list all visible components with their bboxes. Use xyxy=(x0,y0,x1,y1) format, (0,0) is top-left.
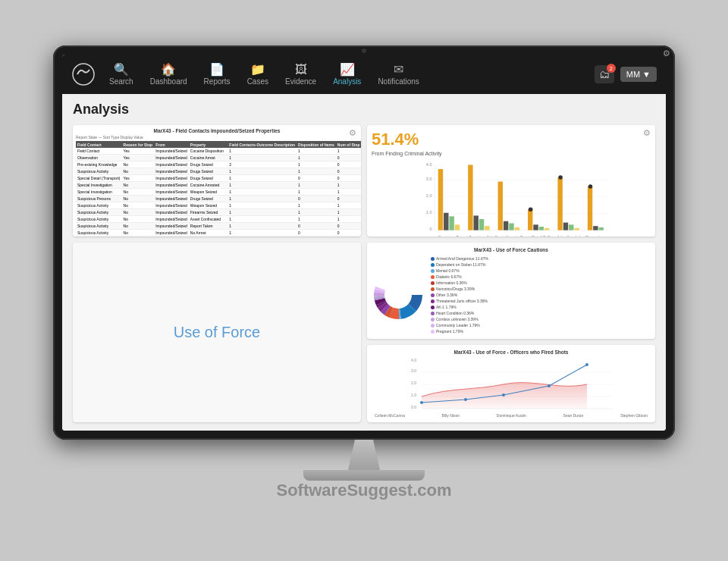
donut-label-8: AK-1 1.79% xyxy=(436,304,457,310)
donut-legend-item-7: Threatened Juris officer 3.39% xyxy=(431,298,651,304)
donut-label-1: Dependent on Stolen 11.67% xyxy=(436,262,485,268)
table-cell: No xyxy=(122,161,155,168)
table-cell: 1 xyxy=(228,182,297,189)
svg-text:4.0: 4.0 xyxy=(411,358,416,362)
table-cell: Impounded/Seized xyxy=(154,237,189,237)
table-cell: Impounded/Seized xyxy=(154,196,189,202)
table-cell: Drugs Seized xyxy=(189,175,228,182)
svg-text:3.0: 3.0 xyxy=(411,368,416,373)
table-cell: Suspicious Persons xyxy=(76,196,122,202)
svg-rect-35 xyxy=(599,227,604,230)
donut-color-9 xyxy=(431,312,435,315)
nav-items: 🔍 Search 🏠 Dashboard 📄 Reports 📁 Cases xyxy=(102,59,595,90)
donut-color-3 xyxy=(431,275,435,279)
nav-reports[interactable]: 📄 Reports xyxy=(196,59,238,90)
donut-legend-item-11: Combos unknown 3.39% xyxy=(431,316,651,322)
donut-legend-item-0: Armed And Dangerous 11.67% xyxy=(431,255,651,262)
svg-rect-13 xyxy=(449,216,453,230)
bar-chart-svg: 0 1.0 2.0 3.0 4.0 xyxy=(372,161,651,237)
table-cell: 1 xyxy=(297,168,336,175)
nav-analysis[interactable]: 📈 Analysis xyxy=(325,59,369,90)
table-row: Suspicious ActivityNoImpounded/SeizedNo … xyxy=(76,230,361,237)
col-header-description: Field Contacts-Outcome Description xyxy=(228,141,297,148)
svg-text:3.0: 3.0 xyxy=(426,177,432,181)
table-cell: 1 xyxy=(228,202,297,209)
donut-color-5 xyxy=(431,287,435,291)
barchart-settings-icon[interactable]: ⚙ xyxy=(643,128,651,138)
bar-chart-area: 0 1.0 2.0 3.0 4.0 xyxy=(372,161,651,237)
svg-point-72 xyxy=(585,363,588,366)
use-of-force-title: Use of Force xyxy=(174,324,260,341)
nav-dashboard[interactable]: 🏠 Dashboard xyxy=(143,59,195,90)
svg-rect-11 xyxy=(438,169,443,230)
table-cell: Firearms Seized xyxy=(189,209,228,216)
table-cell: 1 xyxy=(297,182,336,189)
table-cell: 0 xyxy=(297,175,336,182)
donut-color-11 xyxy=(431,318,435,321)
svg-rect-29 xyxy=(563,223,568,230)
nav-search[interactable]: 🔍 Search xyxy=(102,59,141,90)
table-cell: 0 xyxy=(336,223,361,230)
table-cell: 1 xyxy=(336,209,361,216)
donut-legend-item-1: Dependent on Stolen 11.67% xyxy=(431,262,651,268)
table-cell: No xyxy=(122,196,155,202)
svg-rect-12 xyxy=(444,213,448,230)
svg-rect-20 xyxy=(504,221,508,230)
officer-label-3: Sean Duran xyxy=(563,413,584,418)
page-title: Analysis xyxy=(73,102,655,118)
table-cell: 1 xyxy=(336,216,361,223)
donut-legend-item-13: Community Leader 1.79% xyxy=(431,322,651,328)
table-cell: 1 xyxy=(336,189,361,196)
donut-widget-title: MarX43 - Use of Force Cautions xyxy=(372,247,651,252)
donut-label-7: Threatened Juris officer 3.39% xyxy=(436,298,488,304)
table-cell: Field Contact xyxy=(76,148,122,155)
table-cell: 0 xyxy=(336,175,361,182)
donut-color-2 xyxy=(431,269,435,273)
table-cell: 1 xyxy=(297,216,336,223)
table-row: Special InvestigationNoImpounded/SeizedW… xyxy=(76,189,361,196)
table-cell: No xyxy=(122,223,155,230)
svg-rect-18 xyxy=(485,226,489,230)
svg-point-68 xyxy=(420,401,423,404)
table-row: ObservationYesImpounded/SeizedCocaine Ar… xyxy=(76,155,361,161)
svg-text:1.0: 1.0 xyxy=(426,210,432,215)
svg-point-32 xyxy=(558,175,563,180)
officer-label-1: Billy Nixon xyxy=(442,413,460,418)
donut-legend-item-3: Diabetic 6.67% xyxy=(431,274,651,280)
widget-settings-icon[interactable]: ⚙ xyxy=(349,128,356,138)
table-cell: 0 xyxy=(297,230,336,237)
notifications-icon: ✉ xyxy=(394,64,403,76)
table-cell: Pre-existing Knowledge xyxy=(76,161,122,168)
donut-color-0 xyxy=(431,257,435,261)
col-header-field-contact: Field Contact xyxy=(76,141,122,148)
table-row: Suspicious ActivityNoImpounded/SeizedFin… xyxy=(76,237,361,237)
donut-color-4 xyxy=(431,281,435,285)
table-filter-label: Report State — Sort Type Display Value xyxy=(76,135,358,139)
dashboard-grid: ⚙ MarX43 - Field Contacts Impounded/Seiz… xyxy=(73,125,655,422)
table-cell: Yes xyxy=(122,175,155,182)
table-row: Special InvestigationNoImpounded/SeizedC… xyxy=(76,182,361,189)
table-cell: 0 xyxy=(297,223,336,230)
table-cell: Impounded/Seized xyxy=(154,161,189,168)
svg-rect-23 xyxy=(528,209,532,230)
table-cell: Special Detail (Transport) xyxy=(76,175,122,182)
donut-color-7 xyxy=(431,299,435,303)
table-cell: Cocaine Arrested xyxy=(189,182,228,189)
svg-point-71 xyxy=(548,384,551,387)
table-cell: 1 xyxy=(228,209,297,216)
nav-cases[interactable]: 📁 Cases xyxy=(240,59,276,90)
svg-rect-25 xyxy=(539,227,544,230)
camera-dot xyxy=(362,49,366,53)
badge-button[interactable]: 🗂 2 xyxy=(595,65,614,83)
user-menu-button[interactable]: MM ▼ xyxy=(620,67,657,82)
table-cell: 1 xyxy=(297,148,336,155)
table-row: Pre-existing KnowledgeNoImpounded/Seized… xyxy=(76,161,361,168)
officer-label-0: Colleen McCanna xyxy=(375,413,405,418)
svg-text:2.0: 2.0 xyxy=(426,193,432,198)
nav-evidence[interactable]: 🖼 Evidence xyxy=(278,59,324,90)
col-header-reason: Reason for Stop xyxy=(122,141,155,148)
table-cell: No xyxy=(122,168,155,175)
nav-notifications[interactable]: ✉ Notifications xyxy=(370,59,426,90)
svg-text:2.0: 2.0 xyxy=(411,381,416,385)
table-cell: No xyxy=(122,230,155,237)
